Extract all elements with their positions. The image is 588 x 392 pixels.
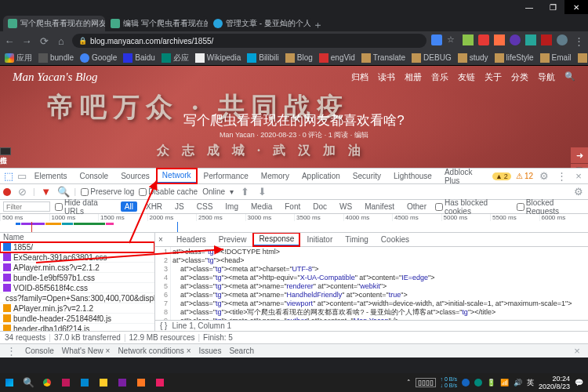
app-icon[interactable] xyxy=(151,373,169,392)
maximize-button[interactable]: ❐ xyxy=(541,0,564,14)
search-button[interactable]: 🔍 xyxy=(19,373,38,392)
request-row[interactable]: APlayer.min.css?v=2.1.2 xyxy=(0,263,154,273)
filter-type[interactable]: CSS xyxy=(193,201,217,212)
timeline-overview[interactable]: 500 ms1000 ms1500 ms2000 ms2500 ms3000 m… xyxy=(0,214,588,233)
minimize-button[interactable]: — xyxy=(517,0,541,14)
nav-link[interactable]: 关于 xyxy=(485,71,502,83)
close-button[interactable]: ✕ xyxy=(564,0,588,14)
filter-icon[interactable]: ▼ xyxy=(40,186,53,198)
app-vscode[interactable] xyxy=(75,373,94,392)
star-icon[interactable]: ☆ xyxy=(447,34,458,45)
bookmark-item[interactable]: Bilibili xyxy=(247,53,279,63)
bookmark-item[interactable]: engVid xyxy=(319,53,355,63)
bookmark-item[interactable]: 必应 xyxy=(162,53,189,64)
inspect-icon[interactable]: ⬚ xyxy=(3,170,14,183)
tab-application[interactable]: Application xyxy=(296,169,346,183)
filter-type[interactable]: XHR xyxy=(142,201,166,212)
nav-link[interactable]: 音乐 xyxy=(431,71,448,83)
filter-type[interactable]: WS xyxy=(336,201,356,212)
search-icon[interactable]: 🔍 xyxy=(57,186,70,198)
nav-link[interactable]: 相册 xyxy=(405,71,422,83)
new-tab-button[interactable]: ＋ xyxy=(311,19,324,31)
filter-type[interactable]: JS xyxy=(171,201,188,212)
clock[interactable]: 20:242020/8/23 xyxy=(539,375,570,390)
request-row[interactable]: APlayer.min.js?v=2.1.2 xyxy=(0,303,154,314)
home-button[interactable]: ⌂ xyxy=(55,34,67,47)
filter-type[interactable]: Other xyxy=(403,201,430,212)
ranking-tab[interactable]: 点击排行 xyxy=(0,147,11,155)
tab-memory[interactable]: Memory xyxy=(256,169,295,183)
drawer-tab[interactable]: Issues xyxy=(198,347,221,355)
translate-icon[interactable] xyxy=(431,34,442,45)
filter-type[interactable]: Img xyxy=(221,201,242,212)
request-row[interactable]: bundle-header-2518484f0.js xyxy=(0,314,154,324)
ime-lang[interactable]: 英 xyxy=(527,378,534,388)
filter-type[interactable]: Doc xyxy=(309,201,331,212)
reload-button[interactable]: ⟳ xyxy=(38,34,50,47)
ext-icon[interactable] xyxy=(463,34,474,45)
gear-icon[interactable]: ⚙ xyxy=(572,186,585,198)
request-row[interactable]: header-dba1d6f214.js xyxy=(0,324,154,331)
share-button[interactable]: ➜ xyxy=(571,147,588,163)
request-row[interactable]: ExSearch-391ac63801.css xyxy=(0,252,154,263)
request-row[interactable]: css?family=Open+Sans:300,400,700&display… xyxy=(0,293,154,303)
bookmark-folder[interactable]: Blog xyxy=(285,53,313,63)
tray-icon[interactable] xyxy=(474,379,482,387)
filter-input[interactable] xyxy=(3,201,50,212)
hide-dataurls-checkbox[interactable]: Hide data URLs xyxy=(55,198,116,216)
blocked-cookies-checkbox[interactable]: Has blocked cookies xyxy=(435,198,512,216)
drawer-tab[interactable]: Console xyxy=(25,347,54,355)
filter-all[interactable]: All xyxy=(121,201,137,212)
bookmark-item[interactable]: bundle xyxy=(38,53,74,63)
disable-cache-checkbox[interactable]: Disable cache xyxy=(139,187,198,196)
url-input[interactable]: 🔒blog.manyacan.com/archives/1855/ xyxy=(72,34,426,48)
filter-type[interactable]: Font xyxy=(281,201,304,212)
browser-tab[interactable]: 编辑 写个爬虫看看现在的网友× xyxy=(106,16,208,31)
comment-button[interactable]: 💬 xyxy=(571,164,588,168)
tab-sources[interactable]: Sources xyxy=(115,169,155,183)
bookmark-item[interactable]: Baidu xyxy=(123,53,155,63)
search-icon[interactable]: 🔍 xyxy=(564,71,575,83)
menu-icon[interactable]: ⋮ xyxy=(5,345,17,358)
request-row[interactable]: bundle-1e9bf597b1.css xyxy=(0,273,154,283)
response-body[interactable]: 12345678910111213 at">class="tg"><!DOCTY… xyxy=(155,247,588,320)
nav-link[interactable]: 分类 xyxy=(511,71,528,83)
tab-timing[interactable]: Timing xyxy=(339,234,374,245)
wifi-icon[interactable]: 📶 xyxy=(500,379,509,387)
avatar-icon[interactable] xyxy=(557,34,568,45)
drawer-tab[interactable]: What's New × xyxy=(62,347,111,355)
menu-icon[interactable]: ⋮ xyxy=(555,170,568,183)
start-button[interactable] xyxy=(0,373,19,392)
battery-icon[interactable]: 🔋 xyxy=(487,379,495,387)
bookmark-item[interactable]: Wikipedia xyxy=(195,53,241,63)
warnings-badge[interactable]: ⚠12 xyxy=(516,172,533,180)
blocked-requests-checkbox[interactable]: Blocked Requests xyxy=(517,198,585,216)
throttling-select[interactable]: Online xyxy=(202,187,225,196)
nav-link[interactable]: 归档 xyxy=(351,71,368,83)
app-chrome[interactable] xyxy=(38,373,56,392)
tab-console[interactable]: Console xyxy=(74,169,114,183)
tab-network[interactable]: Network xyxy=(157,169,197,183)
tab-cookies[interactable]: Cookies xyxy=(376,234,415,245)
close-icon[interactable]: × xyxy=(571,345,583,358)
filter-type[interactable]: Manifest xyxy=(361,201,398,212)
tab-performance[interactable]: Performance xyxy=(198,169,254,183)
browser-tab[interactable]: 写个爬虫看看现在的网友都喜× xyxy=(3,16,105,31)
close-icon[interactable]: × xyxy=(158,235,169,244)
ime-indicator[interactable]: ▯▯▯▯ xyxy=(416,378,436,387)
tray-icon[interactable] xyxy=(462,379,470,387)
tab-lighthouse[interactable]: Lighthouse xyxy=(388,169,437,183)
nav-link[interactable]: 导航 xyxy=(538,71,555,83)
site-title[interactable]: Man Yacan's Blog xyxy=(13,71,98,84)
bookmark-folder[interactable]: Email xyxy=(540,53,572,63)
volume-icon[interactable]: 🔊 xyxy=(514,379,522,387)
clear-button[interactable]: ⊘ xyxy=(16,186,28,198)
menu-icon[interactable]: ⋮ xyxy=(572,34,585,47)
bookmark-folder[interactable]: Translate xyxy=(361,53,405,63)
nav-link[interactable]: 读书 xyxy=(378,71,395,83)
download-icon[interactable]: ⬇ xyxy=(256,186,268,198)
adobe-icon[interactable] xyxy=(541,34,552,45)
app-explorer[interactable] xyxy=(94,373,113,392)
ext-icon[interactable] xyxy=(525,34,536,45)
back-button[interactable]: ← xyxy=(3,34,16,47)
